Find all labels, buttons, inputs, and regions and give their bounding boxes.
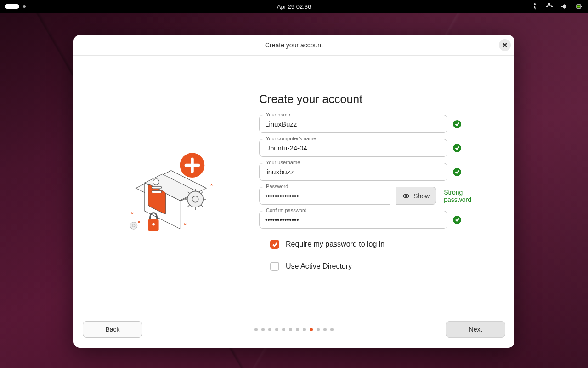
username-input[interactable] [260,168,447,176]
progress-dot [268,328,271,331]
svg-rect-6 [577,6,580,8]
progress-dot [261,328,265,331]
power-icon[interactable] [575,3,582,10]
confirm-password-input[interactable] [260,216,447,224]
svg-point-15 [152,223,155,225]
dialog-title: Create your account [265,41,323,49]
confirm-password-label: Confirm password [264,207,309,213]
progress-dots [254,328,334,331]
back-button[interactable]: Back [83,321,142,338]
progress-dot [330,328,334,331]
svg-point-0 [534,3,536,5]
check-icon [453,120,461,128]
show-password-button[interactable]: Show [396,187,436,205]
username-label: Your username [264,160,302,165]
name-label: Your name [264,112,292,117]
progress-dot [275,328,278,331]
dialog-header: Create your account [74,35,514,56]
check-icon [453,144,461,152]
progress-dot [323,328,327,331]
svg-point-13 [192,196,198,202]
illustration [92,74,259,302]
workspace-dot [23,5,26,8]
progress-dot [303,328,306,331]
active-directory-label: Use Active Directory [286,262,352,270]
close-button[interactable] [499,39,511,51]
active-directory-checkbox[interactable] [270,262,279,271]
password-label: Password [264,184,290,189]
account-form: Create your account Your name Your compu… [259,74,496,302]
password-input[interactable] [260,192,390,200]
installer-dialog: Create your account [74,35,514,348]
computer-name-label: Your computer's name [264,136,318,141]
svg-point-17 [132,224,135,227]
svg-point-8 [153,178,159,184]
svg-rect-9 [152,186,161,189]
name-input[interactable] [260,120,447,128]
check-icon [453,216,461,224]
network-icon[interactable] [546,3,553,10]
computer-name-input[interactable] [260,144,447,152]
svg-rect-3 [548,3,550,5]
top-panel: Apr 29 02:36 [0,0,588,13]
progress-dot [310,328,313,331]
svg-point-18 [405,195,407,197]
require-password-checkbox[interactable] [270,240,279,249]
volume-icon[interactable] [560,3,568,10]
check-icon [453,168,461,176]
progress-dot [317,328,320,331]
form-heading: Create your account [259,92,487,106]
activities-indicator[interactable] [5,4,19,9]
eye-icon [402,193,410,199]
next-button[interactable]: Next [446,321,505,338]
svg-rect-10 [152,190,161,193]
password-strength: Strong password [444,189,487,203]
accessibility-icon[interactable] [531,3,538,10]
progress-dot [282,328,285,331]
svg-rect-5 [581,6,582,7]
dialog-footer: Back Next [74,311,514,348]
close-icon [502,42,508,48]
progress-dot [289,328,292,331]
require-password-label: Require my password to log in [286,240,384,248]
progress-dot [254,328,258,331]
clock[interactable]: Apr 29 02:36 [277,3,311,10]
progress-dot [296,328,299,331]
